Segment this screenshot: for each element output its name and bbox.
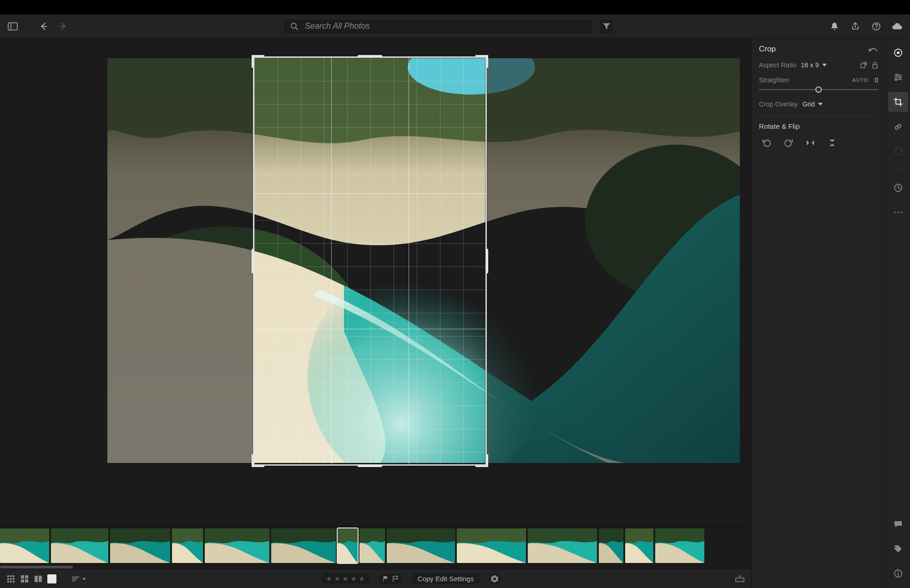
rating-stars[interactable]: ★ ★ ★ ★ ★ (320, 572, 371, 585)
crop-handle-bottom[interactable] (358, 465, 382, 467)
tool-rail (885, 38, 910, 588)
filmstrip-thumb[interactable] (359, 528, 385, 563)
straighten-auto-button[interactable]: AUTO (853, 77, 868, 83)
crop-panel: Crop Aspect Ratio 16 x 9 (751, 38, 885, 588)
image-canvas[interactable] (0, 38, 751, 526)
svg-rect-33 (10, 581, 12, 583)
filmstrip-thumb[interactable] (387, 528, 455, 563)
flag-pick-icon[interactable] (382, 575, 389, 583)
aspect-ratio-value[interactable]: 16 x 9 (801, 61, 819, 69)
filmstrip-thumb[interactable] (271, 528, 336, 563)
svg-point-61 (894, 211, 895, 213)
filmstrip-thumb[interactable] (338, 528, 358, 563)
view-grid-large-icon[interactable] (20, 574, 29, 583)
svg-rect-40 (39, 576, 42, 582)
crop-tool-icon[interactable] (888, 92, 908, 112)
star-icon[interactable]: ★ (359, 574, 365, 583)
straighten-value[interactable]: 0 (875, 76, 878, 84)
svg-rect-35 (21, 575, 24, 578)
crop-frame[interactable] (253, 56, 487, 466)
comments-icon[interactable] (888, 514, 908, 534)
filmstrip-thumb[interactable] (655, 528, 704, 563)
help-icon[interactable] (871, 21, 882, 32)
svg-rect-31 (13, 578, 15, 580)
svg-point-62 (897, 211, 899, 213)
masking-tool-icon[interactable] (888, 141, 908, 161)
crop-handle-top-left[interactable] (252, 55, 264, 68)
filmstrip-thumb[interactable] (51, 528, 108, 563)
healing-tool-icon[interactable] (888, 116, 908, 136)
copy-edit-settings-button[interactable]: Copy Edit Settings (410, 572, 481, 585)
rotate-aspect-icon[interactable] (860, 61, 867, 69)
filmstrip-thumb[interactable] (528, 528, 597, 563)
svg-rect-26 (7, 575, 9, 577)
svg-rect-36 (25, 575, 28, 578)
aspect-ratio-label: Aspect Ratio (759, 61, 796, 69)
flip-horizontal-icon[interactable] (804, 137, 816, 149)
crop-handle-bottom-right[interactable] (475, 454, 488, 467)
toggle-filmstrip-icon[interactable] (735, 575, 745, 583)
crop-overlay-label: Crop Overlay (759, 101, 798, 108)
filmstrip-scrollbar[interactable] (0, 565, 751, 569)
crop-overlay-value[interactable]: Grid (802, 101, 814, 108)
crop-handle-top-right[interactable] (475, 55, 488, 68)
reset-crop-icon[interactable] (868, 46, 878, 52)
chevron-down-icon[interactable] (822, 63, 827, 67)
view-grid-small-icon[interactable] (6, 574, 15, 583)
svg-point-54 (899, 76, 901, 78)
lock-aspect-icon[interactable] (872, 61, 878, 69)
svg-rect-29 (7, 578, 9, 580)
crop-handle-top[interactable] (358, 55, 382, 57)
filmstrip[interactable] (0, 526, 751, 565)
search-input[interactable] (304, 21, 586, 31)
edit-tool-icon[interactable] (888, 43, 908, 63)
chevron-down-icon[interactable] (818, 102, 823, 106)
star-icon[interactable]: ★ (350, 574, 357, 583)
filmstrip-thumb[interactable] (457, 528, 526, 563)
filmstrip-thumb[interactable] (625, 528, 653, 563)
view-compare-icon[interactable] (34, 574, 43, 583)
keywords-icon[interactable] (888, 539, 908, 559)
svg-point-49 (897, 51, 900, 54)
notifications-icon[interactable] (829, 21, 840, 32)
svg-point-55 (895, 79, 897, 80)
info-icon[interactable] (888, 563, 908, 583)
share-icon[interactable] (850, 21, 861, 32)
sidebar-toggle-icon[interactable] (7, 21, 18, 32)
filmstrip-thumb[interactable] (205, 528, 269, 563)
rotate-ccw-icon[interactable] (761, 137, 773, 149)
filmstrip-thumb[interactable] (110, 528, 170, 563)
view-detail-icon[interactable] (47, 574, 56, 583)
rotate-flip-heading: Rotate & Flip (759, 122, 878, 131)
crop-handle-right[interactable] (486, 249, 488, 273)
star-icon[interactable]: ★ (334, 574, 340, 583)
filmstrip-scroll-thumb[interactable] (0, 566, 73, 568)
nav-forward-icon (57, 21, 68, 32)
filmstrip-thumb[interactable] (0, 528, 49, 563)
more-tools-icon[interactable] (888, 202, 908, 222)
svg-point-7 (876, 28, 877, 29)
flag-controls[interactable] (377, 573, 404, 585)
settings-gear-button[interactable] (488, 572, 501, 586)
svg-point-53 (896, 74, 898, 76)
svg-rect-28 (13, 575, 15, 577)
star-icon[interactable]: ★ (326, 574, 332, 583)
filter-button[interactable] (599, 19, 614, 34)
crop-handle-bottom-left[interactable] (252, 454, 264, 467)
sort-icon[interactable] (71, 574, 86, 583)
search-box[interactable] (283, 19, 593, 34)
sliders-tool-icon[interactable] (888, 67, 908, 87)
svg-point-63 (900, 211, 902, 213)
straighten-slider[interactable] (759, 86, 878, 93)
flip-vertical-icon[interactable] (826, 137, 838, 149)
rotate-cw-icon[interactable] (783, 137, 794, 149)
crop-handle-left[interactable] (252, 249, 254, 273)
filmstrip-thumb[interactable] (599, 528, 623, 563)
svg-rect-32 (7, 581, 9, 583)
flag-reject-icon[interactable] (392, 575, 399, 583)
nav-back-icon[interactable] (38, 21, 49, 32)
filmstrip-thumb[interactable] (172, 528, 203, 563)
star-icon[interactable]: ★ (342, 574, 349, 583)
cloud-sync-icon[interactable] (892, 21, 903, 32)
versions-tool-icon[interactable] (888, 178, 908, 198)
